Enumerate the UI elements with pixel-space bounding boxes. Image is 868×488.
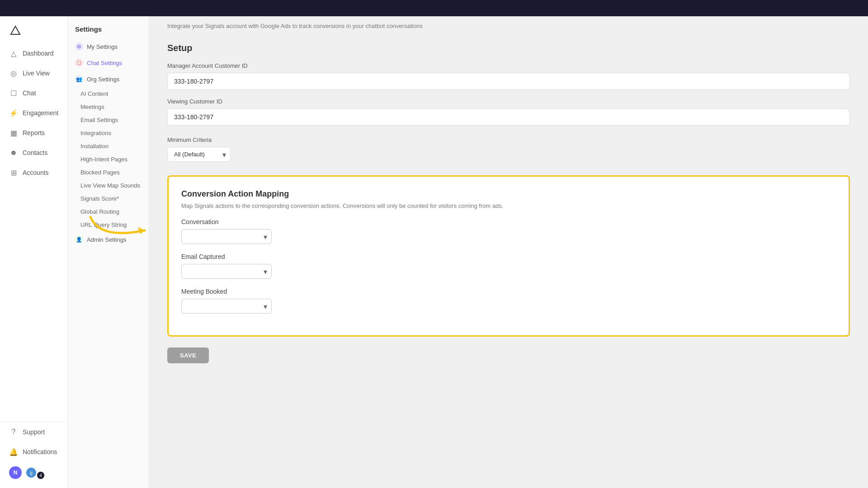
topbar [0, 0, 868, 16]
settings-sub-global-routing[interactable]: Global Routing [68, 205, 149, 218]
chat-settings-icon: ☐ [75, 59, 83, 67]
conversion-title: Conversion Action Mapping [181, 189, 836, 199]
settings-nav-admin-settings[interactable]: 👤 Admin Settings [68, 231, 149, 248]
settings-sub-signals-score[interactable]: Signals Score* [68, 192, 149, 205]
support-label: Support [23, 428, 45, 436]
criteria-section: Minimum Criteria All (Default) [167, 136, 850, 162]
conversation-label: Conversation [181, 218, 836, 225]
manager-account-input[interactable] [167, 73, 850, 90]
setup-section-title: Setup [167, 43, 850, 53]
conversion-desc: Map Signals actions to the corresponding… [181, 202, 836, 209]
sidebar-item-reports[interactable]: ▦ Reports [0, 123, 67, 143]
reports-icon: ▦ [9, 128, 18, 137]
email-captured-field: Email Captured [181, 253, 836, 279]
left-nav: △ Dashboard ◎ Live View ☐ Chat ⚡ Engagem… [0, 0, 68, 488]
settings-sub-high-intent-pages[interactable]: High-Intent Pages [68, 153, 149, 166]
main-content: Integrate your Signals account with Goog… [149, 0, 868, 488]
org-settings-icon: 👥 [75, 75, 83, 83]
sidebar-item-chat[interactable]: ☐ Chat [0, 83, 67, 103]
settings-sub-integrations[interactable]: Integrations [68, 127, 149, 140]
settings-nav-org-settings[interactable]: 👥 Org Settings [68, 71, 149, 87]
meeting-booked-select-wrapper [181, 299, 272, 314]
sidebar-item-label: Engagement [23, 109, 58, 117]
settings-sub-blocked-pages[interactable]: Blocked Pages [68, 166, 149, 179]
admin-settings-icon: 👤 [75, 235, 83, 244]
accounts-icon: ⊞ [9, 168, 18, 177]
settings-sidebar: Settings ⚙ My Settings ☐ Chat Settings 👥… [68, 0, 149, 488]
nav-bottom: ? Support 🔔 Notifications N g 4 [0, 422, 67, 488]
my-settings-label: My Settings [87, 43, 118, 50]
settings-sub-live-view-map-sounds[interactable]: Live View Map Sounds [68, 179, 149, 192]
meeting-booked-select[interactable] [181, 299, 272, 314]
settings-sub-installation[interactable]: Installation [68, 140, 149, 153]
sidebar-item-label: Accounts [23, 169, 49, 176]
notifications-label: Notifications [23, 448, 57, 455]
settings-nav-chat-settings[interactable]: ☐ Chat Settings [68, 55, 149, 71]
avatar-secondary: g [26, 468, 36, 478]
minimum-criteria-label: Minimum Criteria [167, 136, 850, 143]
settings-nav-my-settings[interactable]: ⚙ My Settings [68, 38, 149, 55]
dashboard-icon: △ [9, 49, 18, 58]
meeting-booked-label: Meeting Booked [181, 288, 836, 295]
email-captured-select[interactable] [181, 264, 272, 279]
avatar: N [9, 466, 22, 479]
sidebar-item-support[interactable]: ? Support [0, 422, 67, 442]
sidebar-item-dashboard[interactable]: △ Dashboard [0, 43, 67, 63]
sidebar-item-live-view[interactable]: ◎ Live View [0, 63, 67, 83]
viewing-customer-input[interactable] [167, 108, 850, 126]
my-settings-icon: ⚙ [75, 42, 83, 51]
sidebar-item-user[interactable]: N g 4 [0, 462, 67, 483]
engagement-icon: ⚡ [9, 108, 18, 117]
sidebar-item-label: Dashboard [23, 50, 54, 57]
minimum-criteria-select[interactable]: All (Default) [167, 147, 231, 162]
sidebar-item-label: Live View [23, 70, 50, 77]
settings-sub-url-query-string[interactable]: URL Query String [68, 218, 149, 231]
sidebar-item-label: Chat [23, 89, 36, 97]
notification-badge: 4 [37, 472, 44, 479]
settings-sub-email-settings[interactable]: Email Settings [68, 113, 149, 127]
settings-title: Settings [68, 16, 149, 38]
arrow-annotation [149, 212, 158, 250]
support-icon: ? [9, 427, 18, 436]
email-captured-select-wrapper [181, 264, 272, 279]
contacts-icon: ☻ [9, 148, 18, 157]
meeting-booked-field: Meeting Booked [181, 288, 836, 314]
email-captured-label: Email Captured [181, 253, 836, 260]
sidebar-item-notifications[interactable]: 🔔 Notifications [0, 442, 67, 462]
logo[interactable] [0, 16, 67, 43]
sidebar-item-contacts[interactable]: ☻ Contacts [0, 143, 67, 163]
setup-section: Setup Manager Account Customer ID Viewin… [167, 43, 850, 126]
sidebar-item-label: Reports [23, 129, 45, 136]
page-subtitle: Integrate your Signals account with Goog… [167, 23, 850, 29]
save-button[interactable]: SAVE [167, 347, 209, 363]
conversation-select[interactable] [181, 229, 272, 244]
conversion-action-mapping-box: Conversion Action Mapping Map Signals ac… [167, 175, 850, 337]
sidebar-item-engagement[interactable]: ⚡ Engagement [0, 103, 67, 123]
settings-sub-meetings[interactable]: Meetings [68, 100, 149, 113]
chat-settings-label: Chat Settings [87, 60, 122, 66]
minimum-criteria-wrapper: All (Default) [167, 147, 231, 162]
notification-icon: 🔔 [9, 447, 18, 456]
settings-sub-ai-content[interactable]: AI Content [68, 87, 149, 100]
manager-account-label: Manager Account Customer ID [167, 62, 850, 69]
admin-settings-label: Admin Settings [87, 236, 126, 243]
chat-icon: ☐ [9, 89, 18, 98]
conversation-select-wrapper [181, 229, 272, 244]
viewing-customer-field: Viewing Customer ID [167, 98, 850, 126]
org-settings-label: Org Settings [87, 76, 119, 83]
manager-account-field: Manager Account Customer ID [167, 62, 850, 90]
viewing-customer-label: Viewing Customer ID [167, 98, 850, 105]
live-view-icon: ◎ [9, 69, 18, 78]
sidebar-item-accounts[interactable]: ⊞ Accounts [0, 163, 67, 183]
conversation-field: Conversation [181, 218, 836, 244]
sidebar-item-label: Contacts [23, 149, 47, 156]
